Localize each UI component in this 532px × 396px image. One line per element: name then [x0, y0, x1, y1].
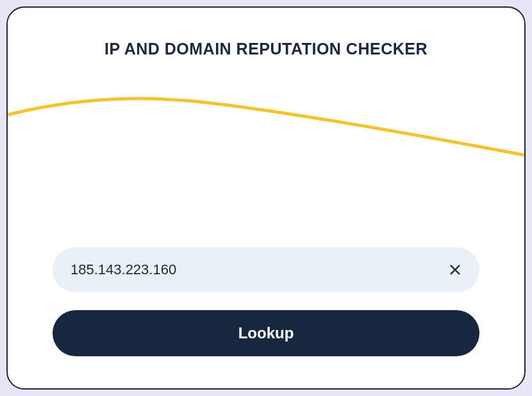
page-title: IP AND DOMAIN REPUTATION CHECKER — [8, 40, 524, 58]
input-wrapper — [53, 247, 479, 292]
clear-input-button[interactable] — [444, 258, 467, 281]
decorative-curve — [8, 81, 524, 171]
reputation-checker-card: IP AND DOMAIN REPUTATION CHECKER Lookup — [6, 6, 526, 390]
ip-domain-input[interactable] — [53, 247, 479, 292]
close-icon — [448, 263, 462, 277]
lookup-button[interactable]: Lookup — [53, 310, 479, 356]
lookup-form: Lookup — [53, 247, 479, 356]
